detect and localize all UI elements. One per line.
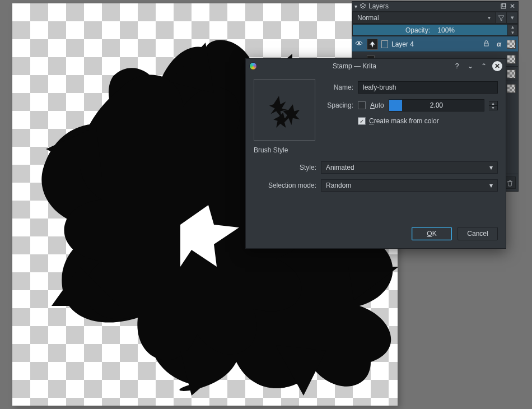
- opacity-step-down[interactable]: ▼: [508, 30, 517, 36]
- lock-icon[interactable]: [483, 40, 491, 48]
- opacity-label: Opacity:: [405, 26, 430, 34]
- collapse-icon[interactable]: ▾: [354, 3, 357, 10]
- selection-mode-value: Random: [326, 182, 351, 189]
- spacing-label: Spacing:: [322, 101, 353, 109]
- opacity-value: 100%: [437, 26, 455, 34]
- help-button[interactable]: ?: [452, 61, 462, 71]
- name-input[interactable]: [358, 81, 498, 94]
- blend-mode-value: Normal: [357, 14, 379, 22]
- layers-panel-title: Layers: [368, 2, 389, 10]
- create-mask-label: Create mask from color: [369, 117, 439, 125]
- alpha-inherit-icon[interactable]: α: [494, 40, 503, 49]
- style-label: Style:: [262, 164, 316, 171]
- name-label: Name:: [322, 83, 353, 91]
- spacing-value: 2.00: [389, 100, 484, 111]
- minimize-button[interactable]: ⌄: [465, 61, 475, 71]
- spacing-slider[interactable]: 2.00: [389, 99, 484, 111]
- opacity-step-up[interactable]: ▲: [508, 25, 517, 30]
- layer-thumbnail: [367, 39, 378, 50]
- frame-icon: [381, 40, 388, 48]
- svg-rect-3: [484, 43, 488, 46]
- ok-button[interactable]: OK: [412, 227, 452, 240]
- layer-name[interactable]: Layer 4: [391, 40, 480, 48]
- selection-mode-select[interactable]: Random ▾: [321, 179, 498, 192]
- create-mask-checkbox[interactable]: ✓: [358, 117, 366, 125]
- brush-preview: [254, 79, 315, 141]
- maximize-button[interactable]: ⌃: [479, 61, 489, 71]
- chevron-down-icon: ▾: [489, 182, 493, 189]
- spacing-stepper[interactable]: ▲▼: [489, 101, 498, 110]
- svg-rect-0: [501, 4, 506, 8]
- opacity-slider[interactable]: Opacity: 100%: [352, 24, 508, 36]
- layer-filter-button[interactable]: [496, 12, 507, 24]
- layers-panel-header[interactable]: ▾ Layers ✕: [352, 2, 518, 11]
- alpha-lock-icon[interactable]: [507, 69, 516, 78]
- undock-icon[interactable]: [500, 3, 507, 10]
- alpha-lock-icon[interactable]: [507, 40, 516, 49]
- auto-spacing-label: Auto: [370, 101, 384, 109]
- style-select[interactable]: Animated ▾: [321, 161, 498, 174]
- layer-row[interactable]: Layer 4 α: [352, 36, 518, 52]
- stamp-dialog: Stamp — Krita ? ⌄ ⌃ ✕ Name: Spacing:: [245, 58, 506, 249]
- brush-style-group: Style: Animated ▾ Selection mode: Random…: [254, 157, 498, 195]
- blend-mode-select[interactable]: Normal ▾: [352, 12, 496, 24]
- alpha-lock-icon[interactable]: [507, 55, 516, 64]
- visibility-icon[interactable]: [354, 39, 363, 49]
- close-button[interactable]: ✕: [492, 61, 502, 71]
- brush-style-group-label: Brush Style: [254, 146, 498, 154]
- chevron-down-icon: ▾: [489, 164, 493, 171]
- selection-mode-label: Selection mode:: [262, 182, 316, 189]
- chevron-down-icon: ▾: [488, 15, 491, 21]
- dialog-titlebar[interactable]: Stamp — Krita ? ⌄ ⌃ ✕: [246, 59, 506, 73]
- cancel-button[interactable]: Cancel: [458, 227, 498, 240]
- close-panel-icon[interactable]: ✕: [509, 3, 516, 10]
- layers-icon: [360, 3, 366, 10]
- style-value: Animated: [326, 164, 354, 171]
- alpha-lock-icon[interactable]: [507, 84, 516, 93]
- auto-spacing-checkbox[interactable]: [358, 101, 366, 109]
- dialog-title: Stamp — Krita: [260, 62, 449, 70]
- svg-point-2: [358, 42, 360, 44]
- krita-logo-icon: [249, 62, 257, 70]
- layer-menu-button[interactable]: ▾: [507, 12, 518, 24]
